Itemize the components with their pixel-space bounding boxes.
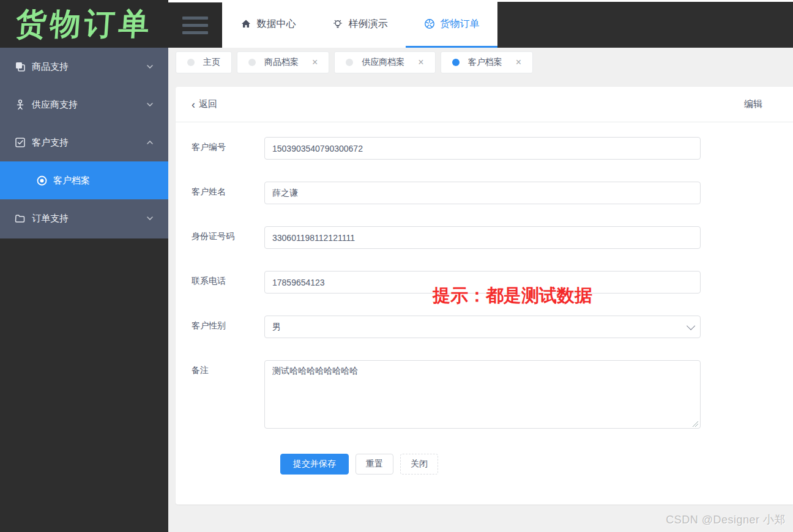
field-label: 客户编号 [192, 137, 264, 153]
nav-item-data-center[interactable]: 数据中心 [222, 0, 314, 48]
tab-label: 客户档案 [468, 57, 502, 68]
chevron-down-icon [146, 215, 154, 222]
sidebar-item-order-support[interactable]: 订单支持 [0, 199, 168, 237]
sidebar-item-label: 客户支持 [32, 137, 69, 149]
nav-item-sample-demo[interactable]: 样例演示 [314, 0, 406, 48]
tab-label: 供应商档案 [362, 57, 404, 68]
header-dark-area [497, 2, 793, 48]
tab-label: 主页 [203, 57, 220, 68]
aperture-icon [424, 18, 435, 29]
submit-save-button[interactable]: 提交并保存 [280, 454, 349, 475]
remark-textarea-wrap: 测试哈哈哈哈哈哈哈哈 [264, 360, 701, 431]
chevron-down-icon [687, 321, 695, 330]
nav-item-label: 数据中心 [257, 18, 296, 31]
tab-customer-archive[interactable]: 客户档案 × [441, 51, 533, 73]
checkbox-icon [15, 137, 26, 148]
nav-item-cargo-order[interactable]: 货物订单 [406, 0, 497, 48]
sidebar-subitem-customer-archive[interactable]: 客户档案 [0, 161, 168, 199]
person-icon [15, 99, 26, 110]
app-logo: 货物订单 [0, 0, 168, 48]
tab-home[interactable]: 主页 [176, 51, 232, 73]
nav-item-label: 样例演示 [349, 18, 388, 31]
field-label: 联系电话 [192, 271, 264, 287]
field-label: 客户姓名 [192, 182, 264, 198]
sidebar-subitem-label: 客户档案 [53, 175, 90, 187]
hamburger-icon [182, 17, 208, 34]
form-buttons: 提交并保存 重置 关闭 [280, 454, 793, 475]
sidebar-menu: 商品支持 供应商支持 客户支持 [0, 48, 168, 238]
back-label: 返回 [199, 98, 217, 110]
tab-goods-archive[interactable]: 商品档案 × [237, 51, 329, 73]
sidebar-item-supplier-support[interactable]: 供应商支持 [0, 86, 168, 124]
csdn-watermark: CSDN @Designer 小郑 [666, 512, 786, 527]
form-row-customer-id: 客户编号 [192, 137, 793, 160]
form-row-phone: 联系电话 [192, 271, 793, 294]
reset-button[interactable]: 重置 [356, 454, 393, 475]
detail-card: ‹ 返回 编辑 提示：都是测试数据 客户编号 客户姓名 身份证号码 联系电话 [176, 87, 793, 504]
app-logo-text: 货物订单 [14, 4, 154, 45]
tab-label: 商品档案 [264, 57, 299, 68]
form-row-customer-name: 客户姓名 [192, 182, 793, 204]
card-header: ‹ 返回 编辑 [176, 87, 793, 122]
chevron-down-icon [146, 63, 154, 70]
sidebar-item-goods-support[interactable]: 商品支持 [0, 48, 168, 86]
home-icon [240, 18, 251, 29]
field-label: 客户性别 [192, 316, 264, 331]
form-row-remark: 备注 测试哈哈哈哈哈哈哈哈 [192, 360, 793, 431]
top-nav: 数据中心 样例演示 货物订单 [222, 0, 497, 48]
sidebar-item-label: 供应商支持 [32, 99, 78, 111]
close-icon[interactable]: × [516, 57, 521, 67]
phone-field[interactable] [264, 271, 701, 294]
gender-select[interactable]: 男 [264, 316, 701, 338]
bulb-icon [332, 18, 343, 29]
sidebar-item-label: 商品支持 [32, 61, 69, 73]
customer-form: 提示：都是测试数据 客户编号 客户姓名 身份证号码 联系电话 客户性别 男 [176, 122, 793, 475]
form-row-id-number: 身份证号码 [192, 226, 793, 249]
back-button[interactable]: ‹ 返回 [192, 98, 217, 110]
book-icon [15, 61, 26, 72]
tab-dot-icon [248, 59, 256, 66]
field-label: 备注 [192, 360, 264, 376]
tab-dot-icon [187, 59, 195, 66]
customer-name-field[interactable] [264, 182, 701, 204]
sidebar: 货物订单 商品支持 供应商支持 客户支持 [0, 0, 168, 532]
remark-textarea[interactable]: 测试哈哈哈哈哈哈哈哈 [264, 360, 701, 429]
sidebar-item-label: 订单支持 [32, 213, 69, 224]
close-icon[interactable]: × [418, 57, 423, 67]
nav-item-label: 货物订单 [441, 18, 480, 31]
close-button[interactable]: 关闭 [400, 454, 438, 475]
tab-supplier-archive[interactable]: 供应商档案 × [334, 51, 435, 73]
sidebar-collapse-button[interactable] [168, 2, 222, 48]
radio-on-icon [37, 175, 47, 186]
sidebar-item-customer-support[interactable]: 客户支持 [0, 124, 168, 161]
main-content: ‹ 返回 编辑 提示：都是测试数据 客户编号 客户姓名 身份证号码 联系电话 [168, 78, 793, 532]
id-number-field[interactable] [264, 226, 701, 249]
form-row-gender: 客户性别 男 [192, 316, 793, 338]
tab-strip: 主页 商品档案 × 供应商档案 × 客户档案 × [168, 48, 793, 78]
edit-button[interactable]: 编辑 [744, 98, 762, 110]
chevron-left-icon: ‹ [192, 99, 195, 110]
gender-select-value: 男 [272, 322, 281, 333]
chevron-down-icon [146, 101, 154, 108]
field-label: 身份证号码 [192, 226, 264, 242]
header: 数据中心 样例演示 货物订单 [168, 0, 793, 48]
tab-dot-icon [346, 59, 353, 66]
folder-icon [15, 213, 26, 224]
chevron-up-icon [146, 139, 154, 146]
close-icon[interactable]: × [312, 57, 318, 67]
customer-id-field[interactable] [264, 137, 701, 160]
tab-dot-icon [452, 59, 460, 66]
